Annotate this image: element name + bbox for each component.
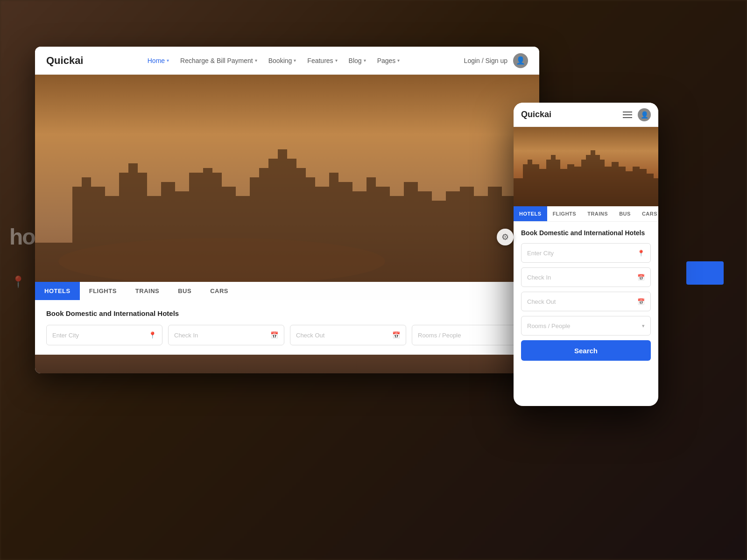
mobile-skyline-svg (514, 150, 658, 206)
desktop-logo: Quickai (46, 55, 83, 67)
hamburger-icon[interactable] (623, 112, 632, 118)
mobile-pin-icon: 📍 (637, 250, 645, 257)
mobile-tab-bar: HOTELS FLIGHTS TRAINS BUS CARS (514, 206, 658, 222)
mobile-tab-cars[interactable]: CARS (636, 206, 658, 221)
mobile-city-placeholder: Enter City (527, 250, 554, 257)
mobile-rooms-placeholder: Rooms / People (527, 322, 571, 329)
tab-flights[interactable]: FLIGHTS (80, 282, 126, 300)
desktop-mockup: Quickai Home ▾ Recharge & Bill Payment ▾… (35, 47, 539, 373)
pages-chevron: ▾ (397, 58, 400, 63)
svg-point-1 (58, 238, 385, 285)
user-icon: 👤 (516, 56, 525, 65)
nav-features[interactable]: Features ▾ (307, 57, 337, 64)
mobile-user-avatar[interactable]: 👤 (638, 108, 651, 121)
mobile-search-title: Book Domestic and International Hotels (521, 229, 651, 237)
mobile-checkout-field[interactable]: Check Out 📅 (521, 292, 651, 311)
mobile-tab-flights[interactable]: FLIGHTS (547, 206, 582, 221)
desktop-nav-right: Login / Sign up 👤 (464, 53, 528, 68)
rooms-field[interactable]: Rooms / People ▾ (412, 325, 528, 345)
right-blue-box (686, 261, 724, 285)
mobile-mockup: Quickai 👤 HOTELS FLIGHTS TRAINS BUS CARS… (514, 103, 658, 406)
nav-home[interactable]: Home ▾ (148, 57, 169, 64)
gear-icon[interactable]: ⚙ (497, 229, 514, 245)
desktop-header: Quickai Home ▾ Recharge & Bill Payment ▾… (35, 47, 539, 75)
mobile-user-icon: 👤 (641, 111, 648, 119)
mobile-search-area: Book Domestic and International Hotels E… (514, 222, 658, 368)
nav-booking[interactable]: Booking ▾ (268, 57, 296, 64)
nav-recharge[interactable]: Recharge & Bill Payment ▾ (180, 57, 257, 64)
checkout-field[interactable]: Check Out 📅 (290, 325, 406, 345)
nav-pages[interactable]: Pages ▾ (377, 57, 400, 64)
skyline-svg (35, 149, 539, 289)
mobile-city-field[interactable]: Enter City 📍 (521, 243, 651, 263)
city-placeholder: Enter City (52, 332, 79, 339)
tab-bus[interactable]: BUS (169, 282, 201, 300)
tab-hotels[interactable]: HOTELS (35, 282, 80, 300)
mobile-rooms-chevron-icon: ▾ (642, 323, 645, 329)
mobile-tab-trains[interactable]: TRAINS (582, 206, 613, 221)
mobile-checkin-calendar-icon: 📅 (637, 274, 645, 281)
mobile-hero (514, 127, 658, 206)
desktop-nav: Home ▾ Recharge & Bill Payment ▾ Booking… (148, 57, 400, 64)
desktop-search-form: Book Domestic and International Hotels E… (35, 300, 539, 355)
desktop-tab-bar: HOTELS FLIGHTS TRAINS BUS CARS (35, 282, 539, 300)
features-chevron: ▾ (335, 58, 338, 63)
blog-chevron: ▾ (364, 58, 366, 63)
mobile-tab-hotels[interactable]: HOTELS (514, 206, 547, 221)
desktop-search-box: HOTELS FLIGHTS TRAINS BUS CARS Book Dome… (35, 282, 539, 355)
mobile-search-button[interactable]: Search (521, 340, 651, 361)
mobile-logo: Quickai (521, 110, 551, 119)
mobile-checkin-field[interactable]: Check In 📅 (521, 267, 651, 287)
checkin-calendar-icon: 📅 (270, 331, 278, 339)
checkin-placeholder: Check In (174, 332, 198, 339)
mobile-rooms-field[interactable]: Rooms / People ▾ (521, 316, 651, 336)
desktop-search-fields: Enter City 📍 Check In 📅 Check Out 📅 Room… (46, 325, 528, 345)
mobile-checkout-placeholder: Check Out (527, 298, 556, 305)
mobile-tab-bus[interactable]: BUS (613, 206, 636, 221)
desktop-search-title: Book Domestic and International Hotels (46, 309, 528, 317)
checkout-placeholder: Check Out (296, 332, 324, 339)
home-chevron: ▾ (167, 58, 169, 63)
recharge-chevron: ▾ (255, 58, 257, 63)
rooms-placeholder: Rooms / People (418, 332, 461, 339)
mobile-nav-icons: 👤 (623, 108, 651, 121)
svg-marker-2 (514, 150, 658, 206)
city-field[interactable]: Enter City 📍 (46, 325, 162, 345)
desktop-hero: HOTELS FLIGHTS TRAINS BUS CARS Book Dome… (35, 75, 539, 373)
mobile-checkin-placeholder: Check In (527, 274, 551, 281)
checkin-field[interactable]: Check In 📅 (168, 325, 284, 345)
tab-cars[interactable]: CARS (201, 282, 238, 300)
booking-chevron: ▾ (294, 58, 296, 63)
login-button[interactable]: Login / Sign up (464, 57, 507, 64)
tab-trains[interactable]: TRAINS (126, 282, 169, 300)
checkout-calendar-icon: 📅 (392, 331, 400, 339)
mobile-checkout-calendar-icon: 📅 (637, 298, 645, 305)
pin-icon: 📍 (148, 331, 156, 339)
user-avatar[interactable]: 👤 (513, 53, 528, 68)
left-pin-icon: 📍 (11, 275, 25, 288)
nav-blog[interactable]: Blog ▾ (349, 57, 366, 64)
mobile-header: Quickai 👤 (514, 103, 658, 127)
